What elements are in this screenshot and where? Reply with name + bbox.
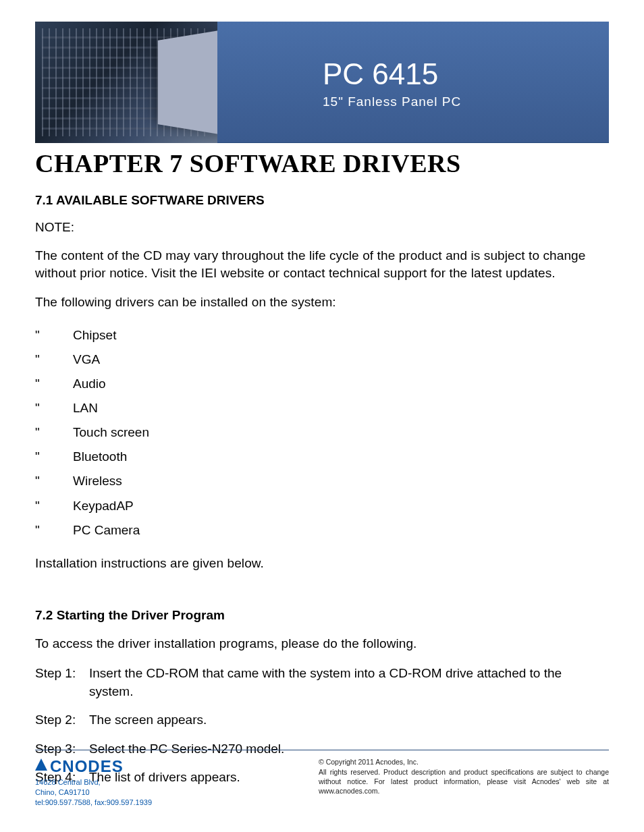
paragraph: The content of the CD may vary throughou…	[35, 247, 609, 281]
step-label: Step 1:	[35, 665, 89, 700]
paragraph: To access the driver installation progra…	[35, 635, 609, 653]
list-item: " Audio	[35, 372, 609, 396]
driver-name: VGA	[73, 348, 100, 372]
bullet-icon: "	[35, 396, 73, 420]
address-line: 14628 Central Blvd,	[35, 777, 152, 787]
bullet-icon: "	[35, 445, 73, 469]
driver-name: KeypadAP	[73, 494, 134, 518]
drivers-list: " Chipset " VGA " Audio " LAN " Touch sc…	[35, 323, 609, 543]
driver-name: Chipset	[73, 323, 116, 348]
list-item: " Bluetooth	[35, 445, 609, 469]
list-item: " KeypadAP	[35, 494, 609, 518]
copyright-line: © Copyright 2011 Acnodes, Inc.	[319, 757, 609, 767]
paragraph: Installation instructions are given belo…	[35, 555, 609, 572]
list-item: Step 2: The screen appears.	[35, 711, 609, 729]
product-subtitle: 15" Fanless Panel PC	[323, 94, 461, 109]
product-title: PC 6415	[323, 57, 438, 91]
step-text: Insert the CD-ROM that came with the sys…	[89, 665, 609, 700]
footer-address-block: CNODES 14628 Central Blvd, Chino, CA9171…	[35, 757, 152, 808]
product-image	[35, 22, 217, 143]
address-line: Chino, CA91710	[35, 787, 152, 798]
list-item: " Wireless	[35, 469, 609, 493]
paragraph: The following drivers can be installed o…	[35, 294, 609, 311]
bullet-icon: "	[35, 323, 73, 348]
page-footer: CNODES 14628 Central Blvd, Chino, CA9171…	[35, 750, 609, 808]
driver-name: LAN	[73, 396, 98, 420]
driver-name: Touch screen	[73, 420, 149, 445]
bullet-icon: "	[35, 469, 73, 493]
driver-name: Bluetooth	[73, 445, 127, 469]
footer-legal-block: © Copyright 2011 Acnodes, Inc. All right…	[319, 757, 609, 796]
bullet-icon: "	[35, 372, 73, 396]
bullet-icon: "	[35, 494, 73, 518]
driver-name: Audio	[73, 372, 106, 396]
bullet-icon: "	[35, 518, 73, 543]
bullet-icon: "	[35, 420, 73, 445]
step-label: Step 2:	[35, 711, 89, 729]
bullet-icon: "	[35, 348, 73, 372]
list-item: " VGA	[35, 348, 609, 372]
note-label: NOTE:	[35, 220, 609, 235]
driver-name: Wireless	[73, 469, 122, 493]
section-heading-7-1: 7.1 AVAILABLE SOFTWARE DRIVERS	[35, 193, 609, 208]
list-item: " PC Camera	[35, 518, 609, 543]
company-logo: CNODES	[35, 757, 152, 776]
list-item: " Chipset	[35, 323, 609, 348]
divider	[35, 750, 609, 750]
list-item: Step 1: Insert the CD-ROM that came with…	[35, 665, 609, 700]
phone-line: tel:909.597.7588, fax:909.597.1939	[35, 798, 152, 808]
list-item: " Touch screen	[35, 420, 609, 445]
legal-text: All rights reserved. Product description…	[319, 767, 609, 796]
page-content: CHAPTER 7 SOFTWARE DRIVERS 7.1 AVAILABLE…	[35, 148, 609, 798]
chapter-title: CHAPTER 7 SOFTWARE DRIVERS	[35, 148, 609, 178]
list-item: " LAN	[35, 396, 609, 420]
section-heading-7-2: 7.2 Starting the Driver Program	[35, 608, 609, 623]
step-text: The screen appears.	[89, 711, 207, 729]
driver-name: PC Camera	[73, 518, 140, 543]
